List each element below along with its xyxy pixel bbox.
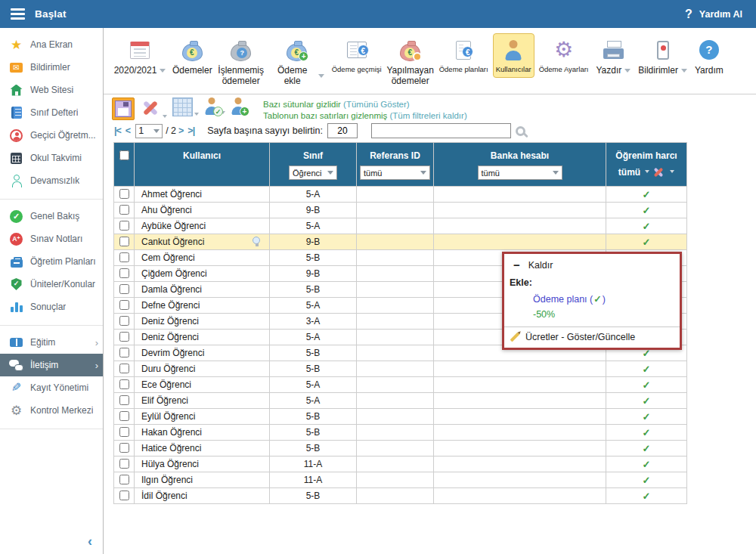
unprocessed-payments-button[interactable]: ? İşlenmemiş ödemeler <box>217 33 265 91</box>
search-input[interactable] <box>371 123 511 138</box>
add-payment-button[interactable]: €+ Ödeme ekle <box>267 33 327 91</box>
row-checkbox[interactable] <box>119 395 129 405</box>
row-checkbox[interactable] <box>119 300 129 310</box>
sidebar-item-iletisim[interactable]: İletişim › <box>0 354 103 376</box>
row-checkbox[interactable] <box>119 316 129 326</box>
notifications-button[interactable]: Bildirimler <box>635 33 690 80</box>
help-button[interactable]: ? Yardım <box>692 33 727 80</box>
table-tools-button[interactable] <box>140 97 167 119</box>
table-row[interactable]: Duru Öğrenci 5-B ✓ <box>114 361 687 377</box>
table-row[interactable]: Ilgın Öğrenci 11-A ✓ <box>114 472 687 488</box>
row-checkbox[interactable] <box>119 284 129 294</box>
payment-plans-button[interactable]: € Ödeme planları <box>436 33 491 78</box>
table-row[interactable]: Aybüke Öğrenci 5-A ✓ <box>114 218 687 234</box>
columns-button[interactable] <box>172 97 199 116</box>
row-checkbox[interactable] <box>119 237 129 246</box>
tools-icon[interactable] <box>652 166 665 178</box>
per-page-input[interactable] <box>327 123 358 138</box>
help-question-icon[interactable]: ? <box>685 8 692 21</box>
unmade-payments-button[interactable]: € Yapılmayan ödemeler <box>386 33 435 91</box>
column-header-user[interactable]: Kullanıcı <box>135 143 270 187</box>
row-checkbox[interactable] <box>119 411 129 421</box>
row-checkbox[interactable] <box>119 475 129 484</box>
table-row[interactable]: Eylül Öğrenci 5-B ✓ <box>114 409 687 425</box>
row-checkbox[interactable] <box>119 205 129 215</box>
sidebar-item-gecici-ogretmen[interactable]: Geçici Öğretm... <box>0 124 103 147</box>
sidebar-item-ogretim-planlari[interactable]: Öğretim Planları <box>0 250 103 273</box>
payment-settings-button[interactable]: ⚙ Ödeme Ayarları <box>536 33 592 78</box>
next-page-button[interactable]: > <box>178 125 183 136</box>
get-help-link[interactable]: Yardım Al <box>699 9 742 20</box>
row-checkbox[interactable] <box>119 348 129 357</box>
print-button[interactable]: Yazdır <box>593 33 634 80</box>
sidebar-item-web-sitesi[interactable]: Web Sitesi <box>0 79 103 101</box>
row-checkbox[interactable] <box>119 364 129 373</box>
menu-item-discount[interactable]: -50% <box>504 307 680 327</box>
payment-history-button[interactable]: € Ödeme geçmişi <box>329 33 385 78</box>
row-checkbox[interactable] <box>119 189 129 199</box>
book-icon <box>10 338 23 347</box>
select-all-checkbox[interactable] <box>119 150 129 160</box>
class-filter-select[interactable]: Öğrenci <box>289 166 337 180</box>
menu-item-fees-show-update[interactable]: Ücretler - Göster/Güncelle <box>504 327 680 348</box>
show-all-columns-link[interactable]: (Tümünü Göster) <box>343 100 410 109</box>
notebook-icon <box>11 107 22 119</box>
sidebar-item-kayit-yonetimi[interactable]: ✎ Kayıt Yönetimi <box>0 376 103 399</box>
sidebar-item-sinav-notlari[interactable]: A⁺ Sınav Notları <box>0 227 103 250</box>
menu-item-payment-plan[interactable]: Ödeme planı (✓) <box>504 290 680 307</box>
start-menu-label[interactable]: Başlat <box>35 8 67 20</box>
reference-id-cell <box>357 393 434 409</box>
save-button[interactable] <box>112 97 135 120</box>
menu-item-remove[interactable]: − Kaldır <box>504 254 680 274</box>
users-button[interactable]: Kullanıcılar <box>493 33 534 78</box>
sidebar-item-ana-ekran[interactable]: ★ Ana Ekran <box>0 33 103 56</box>
row-checkbox[interactable] <box>119 268 129 278</box>
sidebar-item-egitim[interactable]: Eğitim › <box>0 331 103 354</box>
table-row[interactable]: Ahmet Öğrenci 5-A ✓ <box>114 187 687 203</box>
table-row[interactable]: Hakan Öğrenci 5-B ✓ <box>114 425 687 441</box>
column-header-class[interactable]: Sınıf Öğrenci <box>270 143 357 187</box>
payments-button[interactable]: € Ödemeler <box>169 33 215 80</box>
table-row[interactable]: Hatice Öğrenci 5-B ✓ <box>114 441 687 457</box>
prev-page-button[interactable]: < <box>125 125 130 136</box>
row-checkbox[interactable] <box>119 459 129 469</box>
row-checkbox[interactable] <box>119 221 129 231</box>
sidebar-item-kontrol-merkezi[interactable]: ⚙ Kontrol Merkezi <box>0 399 103 422</box>
sidebar-item-genel-bakis[interactable]: ✓ Genel Bakış <box>0 205 103 227</box>
sidebar-item-bildirimler[interactable]: ✉ Bildirimler <box>0 56 103 79</box>
row-checkbox[interactable] <box>119 427 129 437</box>
sidebar-item-sinif-defteri[interactable]: Sınıf Defteri <box>0 101 103 124</box>
table-row[interactable]: Cankut Öğrenci 9-B ✓ <box>114 234 687 250</box>
page-select[interactable]: 1 <box>135 124 163 138</box>
reference-filter-select[interactable]: tümü <box>360 166 430 180</box>
search-icon[interactable] <box>516 126 525 136</box>
row-checkbox[interactable] <box>119 379 129 389</box>
column-header-bank-account[interactable]: Banka hesabı tümü <box>434 143 606 187</box>
sidebar-item-sonuclar[interactable]: Sonuçlar <box>0 296 103 318</box>
sidebar-collapse-button[interactable]: ‹ <box>88 534 92 549</box>
school-year-button[interactable]: 2020/2021 <box>112 33 168 80</box>
last-page-button[interactable]: >| <box>187 125 194 136</box>
bank-filter-select[interactable]: tümü <box>478 166 562 180</box>
column-header-tuition-fee[interactable]: Öğrenim harcı tümü <box>606 143 687 187</box>
sidebar-item-uniteler-konular[interactable]: ✓ Üniteler/Konular <box>0 273 103 296</box>
column-header-reference-id[interactable]: Referans ID tümü <box>357 143 434 187</box>
hamburger-menu-icon[interactable] <box>11 6 25 23</box>
user-filter-button[interactable]: ✓ <box>204 97 225 115</box>
fee-filter-label[interactable]: tümü <box>618 167 640 178</box>
table-row[interactable]: Ahu Öğrenci 9-B ✓ <box>114 203 687 218</box>
row-checkbox[interactable] <box>119 332 129 342</box>
add-user-button[interactable]: + <box>231 97 246 115</box>
sidebar-item-okul-takvimi[interactable]: Okul Takvimi <box>0 147 103 169</box>
first-page-button[interactable]: |< <box>114 125 121 136</box>
table-row[interactable]: İdil Öğrenci 5-B ✓ <box>114 488 687 504</box>
table-row[interactable]: Elif Öğrenci 5-A ✓ <box>114 393 687 409</box>
sidebar-item-devamsizlik[interactable]: Devamsızlık <box>0 169 103 192</box>
row-checkbox[interactable] <box>119 443 129 453</box>
row-checkbox[interactable] <box>119 252 129 262</box>
table-row[interactable]: Hülya Öğrenci 11-A ✓ <box>114 457 687 472</box>
reference-id-cell <box>357 187 434 203</box>
row-checkbox[interactable] <box>119 491 129 500</box>
table-row[interactable]: Ece Öğrenci 5-A ✓ <box>114 377 687 393</box>
remove-filters-link[interactable]: (Tüm filtreleri kaldır) <box>389 111 466 120</box>
